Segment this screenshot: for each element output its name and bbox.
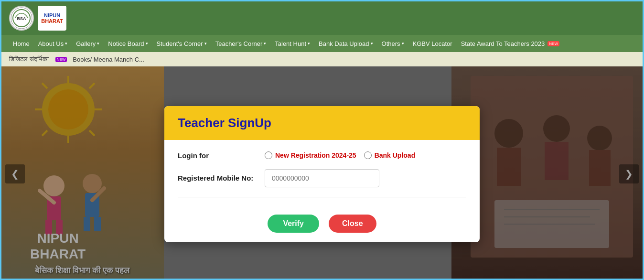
mobile-label: Registered Mobile No: — [178, 174, 259, 182]
modal-header: Teacher SignUp — [164, 106, 480, 140]
nav-bank-data-upload[interactable]: Bank Data Upload ▾ — [315, 37, 377, 50]
svg-text:BSA: BSA — [17, 16, 26, 21]
nav-teachers-corner[interactable]: Teacher's Corner ▾ — [212, 37, 270, 50]
digital-sandarbhika-link[interactable]: डिजिटल संदर्भिका — [9, 55, 49, 63]
nav-talent-hunt[interactable]: Talent Hunt ▾ — [271, 37, 314, 50]
bank-data-arrow: ▾ — [371, 41, 373, 46]
nav-bar: Home About Us ▾ Gallery ▾ Notice Board ▾… — [1, 35, 643, 52]
header: BSA NIPUN BHARAT — [1, 1, 643, 35]
notice-board-arrow: ▾ — [146, 41, 148, 46]
about-us-arrow: ▾ — [65, 41, 67, 46]
logo-area: BSA NIPUN BHARAT — [9, 6, 66, 31]
nav-notice-board[interactable]: Notice Board ▾ — [104, 37, 151, 50]
modal-title: Teacher SignUp — [178, 116, 466, 130]
teachers-corner-arrow: ▾ — [264, 41, 266, 46]
main-content: NIPUN BHARAT बेसिक शिक्षा विभाग की एक पह… — [1, 66, 643, 280]
modal-footer: Verify Close — [164, 211, 480, 242]
verify-button[interactable]: Verify — [268, 215, 319, 233]
nav-kgbv-locator[interactable]: KGBV Locator — [409, 37, 456, 50]
mobile-input[interactable] — [265, 169, 379, 187]
close-button[interactable]: Close — [329, 215, 376, 233]
radio-new-registration-input[interactable] — [265, 151, 272, 159]
nav-others[interactable]: Others ▾ — [378, 37, 408, 50]
books-meena-link[interactable]: Books/ Meena Manch C... — [73, 56, 144, 63]
sub-bar: डिजिटल संदर्भिका NEW Books/ Meena Manch … — [1, 52, 643, 66]
mobile-number-row: Registered Mobile No: — [178, 169, 466, 187]
radio-group: New Registration 2024-25 Bank Upload — [265, 151, 415, 159]
login-for-row: Login for New Registration 2024-25 Bank … — [178, 151, 466, 160]
login-for-label: Login for — [178, 151, 259, 160]
nipun-bharat-logo: NIPUN BHARAT — [38, 6, 66, 31]
new-badge-sandarbhika: NEW — [55, 57, 67, 62]
radio-bank-upload[interactable]: Bank Upload — [364, 151, 416, 159]
students-corner-arrow: ▾ — [204, 41, 207, 46]
radio-new-registration-label: New Registration 2024-25 — [275, 151, 356, 159]
radio-new-registration[interactable]: New Registration 2024-25 — [265, 151, 356, 159]
modal-body: Login for New Registration 2024-25 Bank … — [164, 140, 480, 211]
modal-overlay: Teacher SignUp Login for New Registratio… — [1, 66, 643, 280]
bsa-logo: BSA — [9, 6, 34, 31]
nav-state-award[interactable]: State Award To Teachers 2023 — [457, 37, 563, 50]
gallery-arrow: ▾ — [97, 41, 99, 46]
radio-bank-upload-label: Bank Upload — [375, 151, 416, 159]
talent-hunt-arrow: ▾ — [308, 41, 310, 46]
teacher-signup-modal: Teacher SignUp Login for New Registratio… — [164, 106, 480, 242]
radio-bank-upload-input[interactable] — [364, 151, 372, 159]
nav-about-us[interactable]: About Us ▾ — [34, 37, 71, 50]
modal-divider — [178, 197, 466, 197]
nav-gallery[interactable]: Gallery ▾ — [72, 37, 103, 50]
nav-home[interactable]: Home — [9, 37, 33, 50]
nav-students-corner[interactable]: Student's Corner ▾ — [153, 37, 211, 50]
others-arrow: ▾ — [402, 41, 404, 46]
